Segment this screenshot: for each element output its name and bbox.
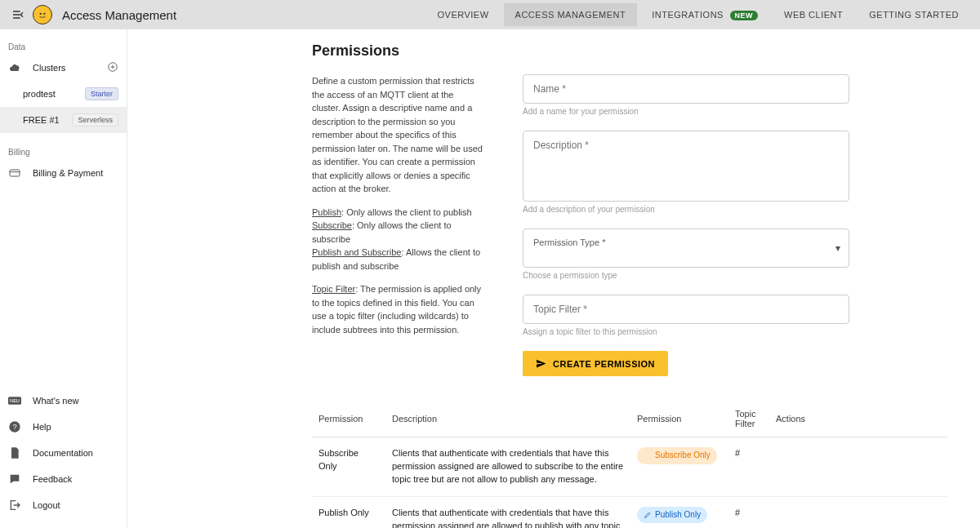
card-icon [8, 166, 21, 180]
permissions-table: Permission Description Permission Topic … [312, 401, 947, 528]
sidebar-section-billing: Billing [0, 144, 127, 160]
table-row: Publish Only Clients that authenticate w… [312, 496, 947, 528]
serverless-pill: Serverless [72, 113, 118, 126]
new-icon: NEU [8, 394, 21, 407]
feedback-icon [8, 473, 21, 486]
permission-type-field[interactable]: Permission Type * ▾ [523, 229, 849, 268]
th-topic-filter: Topic Filter [728, 401, 769, 437]
th-permission: Permission [312, 401, 385, 437]
th-permission-type: Permission [630, 401, 728, 437]
sidebar-item-help[interactable]: ? Help [0, 414, 127, 440]
type-hint: Choose a permission type [523, 271, 849, 280]
sidebar-item-billing[interactable]: Billing & Payment [0, 160, 127, 186]
download-icon [644, 451, 652, 459]
description-field[interactable] [523, 131, 849, 202]
top-nav: OVERVIEW ACCESS MANAGEMENT INTEGRATIONS … [426, 3, 971, 27]
tag-publish: Publish Only [637, 507, 707, 524]
sidebar-item-docs[interactable]: Documentation [0, 440, 127, 466]
sidebar-item-whats-new[interactable]: NEU What's new [0, 388, 127, 414]
new-badge: NEW [730, 11, 759, 20]
nav-web-client[interactable]: WEB CLIENT [773, 3, 854, 26]
name-field[interactable] [523, 74, 849, 104]
sidebar-item-feedback[interactable]: Feedback [0, 466, 127, 492]
description-hint: Add a description of your permission [523, 205, 849, 214]
sidebar-item-clusters[interactable]: Clusters [0, 55, 127, 81]
nav-getting-started[interactable]: GETTING STARTED [858, 3, 970, 26]
menu-collapse-icon[interactable] [10, 7, 26, 23]
chevron-down-icon: ▾ [835, 242, 840, 254]
sidebar-section-data: Data [0, 39, 127, 55]
nav-integrations[interactable]: INTEGRATIONS NEW [640, 3, 769, 27]
logo-icon [33, 5, 52, 24]
app-title: Access Management [62, 8, 176, 22]
th-actions: Actions [769, 401, 947, 437]
topic-hint: Assign a topic filter to this permission [523, 327, 849, 336]
starter-pill: Starter [85, 87, 118, 100]
edit-icon [644, 511, 652, 519]
permission-form: Add a name for your permission Add a des… [523, 74, 849, 376]
svg-point-0 [40, 13, 42, 15]
name-input[interactable] [533, 83, 839, 95]
topic-filter-field[interactable] [523, 295, 849, 324]
svg-rect-3 [10, 170, 20, 176]
sidebar-item-free1[interactable]: FREE #1 Serverless [0, 107, 127, 133]
intro-text: Define a custom permission that restrict… [312, 74, 483, 376]
create-permission-button[interactable]: CREATE PERMISSION [523, 351, 668, 376]
cloud-icon [8, 61, 21, 74]
name-hint: Add a name for your permission [523, 107, 849, 116]
svg-point-1 [43, 13, 45, 15]
topbar: Access Management OVERVIEW ACCESS MANAGE… [0, 0, 980, 29]
description-input[interactable] [533, 140, 839, 190]
th-description: Description [385, 401, 630, 437]
sidebar-item-logout[interactable]: Logout [0, 492, 127, 518]
document-icon [8, 446, 21, 459]
logout-icon [8, 499, 21, 512]
tag-subscribe: Subscribe Only [637, 447, 717, 464]
add-cluster-icon[interactable] [107, 61, 118, 74]
send-icon [536, 358, 546, 369]
nav-access-management[interactable]: ACCESS MANAGEMENT [504, 3, 638, 26]
page-title: Permissions [312, 42, 947, 60]
main-content: Permissions Define a custom permission t… [127, 29, 980, 528]
svg-text:NEU: NEU [10, 398, 20, 403]
nav-overview[interactable]: OVERVIEW [426, 3, 501, 26]
table-row: Subscribe Only Clients that authenticate… [312, 437, 947, 497]
svg-text:?: ? [12, 423, 16, 431]
topic-filter-input[interactable] [533, 304, 839, 315]
help-icon: ? [8, 420, 21, 433]
sidebar: Data Clusters prodtest Starter FREE #1 S… [0, 29, 127, 528]
sidebar-item-prodtest[interactable]: prodtest Starter [0, 81, 127, 107]
